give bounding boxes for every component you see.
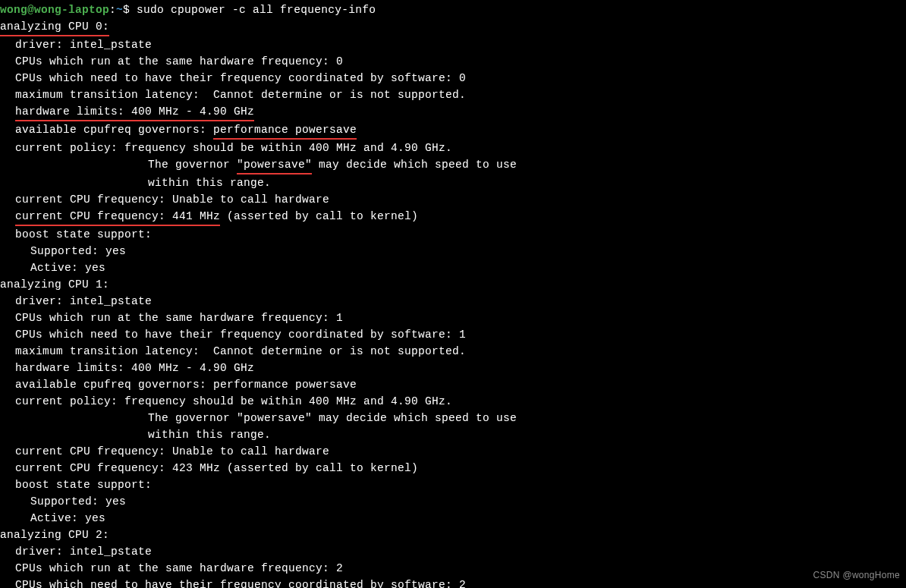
cpu0-boost: boost state support: (0, 226, 906, 243)
cpu1-policy3: within this range. (0, 426, 906, 443)
cpu1-latency: maximum transition latency: Cannot deter… (0, 343, 906, 360)
cpu0-coord-sw: CPUs which need to have their frequency … (0, 70, 906, 86)
cpu1-freq-hw: current CPU frequency: Unable to call ha… (0, 443, 906, 460)
command: sudo cpupower -c all frequency-info (137, 4, 376, 16)
cpu0-freq-kernel: current CPU frequency: 441 MHz (asserted… (0, 208, 906, 226)
cpu1-coord-sw: CPUs which need to have their frequency … (0, 326, 906, 343)
prompt-colon: : (109, 4, 116, 16)
prompt-at: @ (27, 4, 34, 16)
cpu0-policy1: current policy: frequency should be with… (0, 140, 906, 156)
cpu1-policy2: The governor "powersave" may decide whic… (0, 410, 906, 426)
prompt-line: wong@wong-laptop:~$ sudo cpupower -c all… (0, 2, 906, 18)
cpu0-policy3: within this range. (0, 175, 906, 191)
cpu1-governors: available cpufreq governors: performance… (0, 376, 906, 393)
cpu0-freq-hw: current CPU frequency: Unable to call ha… (0, 191, 906, 208)
cpu0-governors: available cpufreq governors: performance… (0, 121, 906, 140)
cpu0-same-hw: CPUs which run at the same hardware freq… (0, 53, 906, 70)
cpu1-same-hw: CPUs which run at the same hardware freq… (0, 310, 906, 326)
cpu0-latency: maximum transition latency: Cannot deter… (0, 86, 906, 103)
prompt-host: wong-laptop (34, 4, 109, 16)
cpu1-boost: boost state support: (0, 476, 906, 493)
cpu1-hw-limits: hardware limits: 400 MHz - 4.90 GHz (0, 360, 906, 376)
watermark: CSDN @wongHome (813, 567, 900, 583)
prompt-user: wong (0, 4, 27, 16)
cpu0-policy2: The governor "powersave" may decide whic… (0, 156, 906, 175)
cpu2-coord-sw: CPUs which need to have their frequency … (0, 577, 906, 588)
cpu1-header: analyzing CPU 1: (0, 276, 906, 293)
cpu1-supported: Supported: yes (0, 493, 906, 510)
prompt-cwd: ~ (116, 4, 123, 16)
prompt-dollar: $ (123, 4, 137, 16)
cpu1-freq-kernel: current CPU frequency: 423 MHz (asserted… (0, 460, 906, 476)
terminal-output[interactable]: wong@wong-laptop:~$ sudo cpupower -c all… (0, 0, 906, 588)
cpu2-header: analyzing CPU 2: (0, 527, 906, 543)
cpu1-active: Active: yes (0, 510, 906, 527)
cpu0-driver: driver: intel_pstate (0, 36, 906, 53)
cpu2-driver: driver: intel_pstate (0, 543, 906, 560)
cpu1-policy1: current policy: frequency should be with… (0, 393, 906, 410)
cpu1-driver: driver: intel_pstate (0, 293, 906, 310)
cpu2-same-hw: CPUs which run at the same hardware freq… (0, 560, 906, 577)
cpu0-header: analyzing CPU 0: (0, 18, 906, 36)
cpu0-hw-limits: hardware limits: 400 MHz - 4.90 GHz (0, 103, 906, 121)
cpu0-active: Active: yes (0, 259, 906, 276)
cpu0-supported: Supported: yes (0, 243, 906, 259)
